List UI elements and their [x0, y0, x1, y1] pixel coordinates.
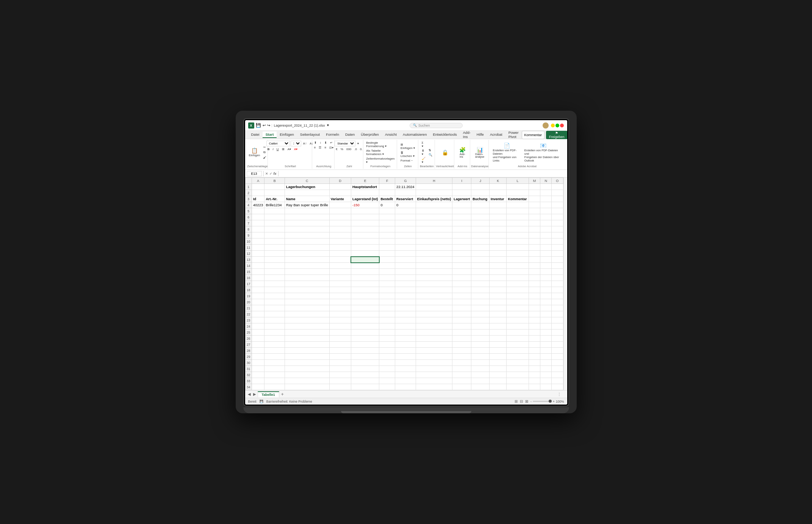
cell-D4[interactable]: [329, 202, 351, 208]
cell-N5[interactable]: [540, 208, 552, 214]
cell-O14[interactable]: [552, 263, 563, 269]
cell-C3[interactable]: Name: [285, 196, 329, 202]
cell-M28[interactable]: [529, 348, 540, 354]
cell-A26[interactable]: [252, 336, 264, 342]
cell-N29[interactable]: [540, 354, 552, 360]
sheet-nav-left[interactable]: ◀: [247, 392, 252, 396]
cell-H8[interactable]: [416, 226, 452, 232]
cell-K28[interactable]: [489, 348, 506, 354]
col-header-K[interactable]: K: [489, 178, 506, 184]
tab-hilfe[interactable]: Hilfe: [474, 132, 487, 138]
cell-E22[interactable]: [351, 311, 379, 317]
cell-J20[interactable]: [471, 299, 490, 305]
cell-A28[interactable]: [252, 348, 264, 354]
cell-N34[interactable]: [540, 384, 552, 390]
cell-N27[interactable]: [540, 342, 552, 348]
undo-icon[interactable]: ↩: [263, 123, 266, 127]
cell-B14[interactable]: [264, 263, 285, 269]
cell-A34[interactable]: [252, 384, 264, 390]
cell-N28[interactable]: [540, 348, 552, 354]
cell-M16[interactable]: [529, 275, 540, 281]
cell-L3[interactable]: Kommentar: [507, 196, 529, 202]
cell-K1[interactable]: [489, 184, 506, 190]
cell-H17[interactable]: [416, 281, 452, 287]
cell-M24[interactable]: [529, 323, 540, 329]
cell-I33[interactable]: [452, 378, 471, 384]
cell-C10[interactable]: [285, 238, 329, 245]
cell-C31[interactable]: [285, 366, 329, 372]
cell-K7[interactable]: [489, 220, 506, 226]
cell-N11[interactable]: [540, 245, 552, 251]
cell-K30[interactable]: [489, 360, 506, 366]
cell-B33[interactable]: [264, 378, 285, 384]
cell-N18[interactable]: [540, 287, 552, 293]
cell-F28[interactable]: [379, 348, 395, 354]
cell-B19[interactable]: [264, 293, 285, 299]
cell-J11[interactable]: [471, 245, 490, 251]
cell-O16[interactable]: [552, 275, 563, 281]
bold-button[interactable]: B: [266, 147, 271, 151]
cell-C11[interactable]: [285, 245, 329, 251]
cell-F5[interactable]: [379, 208, 395, 214]
cell-K11[interactable]: [489, 245, 506, 251]
cell-H13[interactable]: [416, 257, 452, 263]
cell-N10[interactable]: [540, 238, 552, 245]
cell-O26[interactable]: [552, 336, 563, 342]
cell-F1[interactable]: [379, 184, 395, 190]
cell-G27[interactable]: [395, 342, 416, 348]
cell-N23[interactable]: [540, 317, 552, 323]
cell-I7[interactable]: [452, 220, 471, 226]
cell-I5[interactable]: [452, 208, 471, 214]
cell-H7[interactable]: [416, 220, 452, 226]
col-header-M[interactable]: M: [529, 178, 540, 184]
confirm-formula-icon[interactable]: ✓: [269, 172, 272, 176]
cell-B25[interactable]: [264, 329, 285, 336]
cell-L9[interactable]: [507, 232, 529, 238]
cell-C15[interactable]: [285, 269, 329, 275]
cell-K3[interactable]: Inventur: [489, 196, 506, 202]
cell-I23[interactable]: [452, 317, 471, 323]
cell-A23[interactable]: [252, 317, 264, 323]
cell-G1[interactable]: 22.11.2024: [395, 184, 416, 190]
cell-K21[interactable]: [489, 305, 506, 311]
cell-D19[interactable]: [329, 293, 351, 299]
als-tabelle-formatieren-button[interactable]: Als Tabelle formatieren ▾: [365, 149, 396, 156]
cell-G8[interactable]: [395, 226, 416, 232]
cell-G31[interactable]: [395, 366, 416, 372]
cell-C8[interactable]: [285, 226, 329, 232]
cell-A11[interactable]: [252, 245, 264, 251]
cell-F20[interactable]: [379, 299, 395, 305]
cell-O34[interactable]: [552, 384, 563, 390]
cell-L6[interactable]: [507, 214, 529, 220]
cell-L29[interactable]: [507, 354, 529, 360]
cell-C27[interactable]: [285, 342, 329, 348]
cell-F2[interactable]: [379, 190, 395, 196]
cell-I19[interactable]: [452, 293, 471, 299]
cell-O3[interactable]: [552, 196, 563, 202]
cell-O4[interactable]: [552, 202, 563, 208]
cell-I15[interactable]: [452, 269, 471, 275]
freigeben-button[interactable]: ⚑ Freigeben: [546, 131, 567, 139]
close-button[interactable]: [560, 124, 564, 127]
cell-M10[interactable]: [529, 238, 540, 245]
cell-O20[interactable]: [552, 299, 563, 305]
cell-C29[interactable]: [285, 354, 329, 360]
cell-B24[interactable]: [264, 323, 285, 329]
cell-K27[interactable]: [489, 342, 506, 348]
cell-L32[interactable]: [507, 372, 529, 378]
cell-O8[interactable]: [552, 226, 563, 232]
cell-M20[interactable]: [529, 299, 540, 305]
cell-I29[interactable]: [452, 354, 471, 360]
cell-B7[interactable]: [264, 220, 285, 226]
cell-L10[interactable]: [507, 238, 529, 245]
cell-A3[interactable]: Id: [252, 196, 264, 202]
cell-J2[interactable]: [471, 190, 490, 196]
align-left-button[interactable]: ≡: [313, 146, 317, 150]
cell-M34[interactable]: [529, 384, 540, 390]
cell-G4[interactable]: 0: [395, 202, 416, 208]
cell-F8[interactable]: [379, 226, 395, 232]
cell-K19[interactable]: [489, 293, 506, 299]
fill-button[interactable]: ⬇ ▾: [421, 149, 427, 156]
cell-O22[interactable]: [552, 311, 563, 317]
cell-B27[interactable]: [264, 342, 285, 348]
